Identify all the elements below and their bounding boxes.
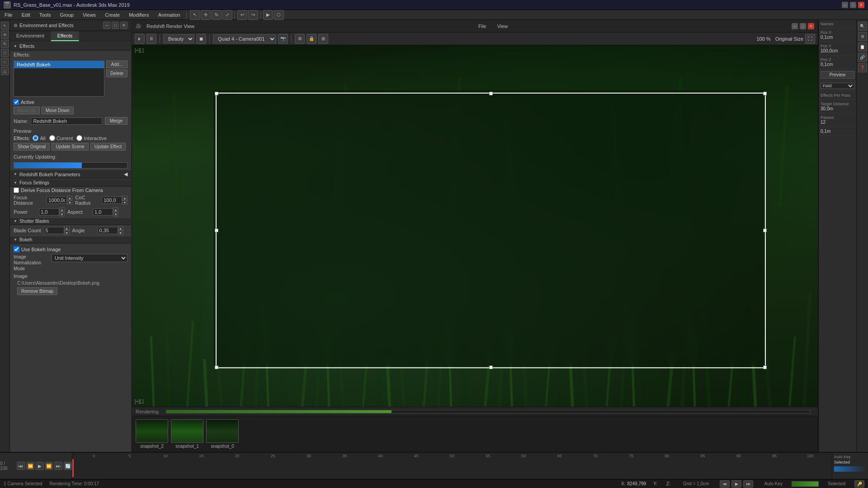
timeline-cursor[interactable] [72, 459, 74, 477]
panel-float-btn[interactable]: □ [112, 22, 119, 29]
move-up-btn[interactable]: Move Up [14, 107, 40, 114]
panel-min-btn[interactable]: ─ [103, 22, 110, 29]
radio-interactive[interactable]: Interactive [76, 135, 107, 141]
aspect-spinner[interactable]: ▲ ▼ [93, 207, 118, 216]
menu-create[interactable]: Create [100, 11, 124, 19]
derive-focus-checkbox[interactable] [14, 188, 19, 193]
active-checkbox[interactable] [14, 99, 19, 105]
vert-btn-2[interactable]: ⚙ [858, 32, 867, 41]
next-frame-btn[interactable]: ⏩ [45, 462, 53, 470]
update-scene-btn[interactable]: Update Scene [52, 143, 88, 150]
power-input[interactable] [39, 208, 59, 216]
rs-fullscreen-btn[interactable]: ⛶ [805, 34, 815, 44]
menu-animation[interactable]: Animation [154, 11, 185, 19]
add-effect-btn[interactable]: Add... [106, 61, 127, 68]
image-norm-select[interactable]: Unit Intensity [52, 254, 127, 262]
blade-down[interactable]: ▼ [64, 230, 70, 235]
material-btn[interactable]: ⬡ [274, 10, 284, 20]
menu-edit[interactable]: Edit [17, 11, 35, 19]
rs-file-tab[interactable]: File [475, 23, 490, 30]
tool-6[interactable]: △ [1, 67, 9, 75]
tab-environment[interactable]: Environment [10, 31, 51, 41]
rs-max-btn[interactable]: □ [800, 23, 806, 29]
vert-btn-3[interactable]: 📋 [858, 42, 867, 52]
minimize-btn[interactable]: ─ [842, 2, 848, 8]
rs-play-btn[interactable]: ⏵ [135, 34, 145, 44]
use-bokeh-checkbox[interactable] [14, 246, 19, 252]
vert-btn-5[interactable]: ❓ [858, 63, 867, 72]
go-start-btn[interactable]: ⏮ [17, 462, 25, 470]
vert-btn-1[interactable]: 🔍 [858, 22, 867, 31]
blade-count-spinner[interactable]: ▲ ▼ [44, 226, 70, 235]
rs-pause-btn[interactable]: ⏸ [146, 34, 156, 44]
tab-effects[interactable]: Effects [51, 31, 79, 41]
rs-btn1[interactable]: ◼ [196, 34, 206, 44]
render-btn[interactable]: ▶ [263, 10, 273, 20]
angle-input[interactable] [98, 227, 118, 234]
rs-min-btn[interactable]: ─ [792, 23, 798, 29]
rs-lock-btn[interactable]: 🔒 [307, 34, 316, 44]
focus-dist-down[interactable]: ▼ [67, 200, 72, 205]
power-up[interactable]: ▲ [59, 207, 65, 212]
shutter-blades-header[interactable]: Shutter Blades [10, 217, 131, 225]
move-down-btn[interactable]: Move Down [42, 107, 74, 114]
rotate-btn[interactable]: ↻ [212, 10, 222, 20]
tool-1[interactable]: ↖ [1, 22, 9, 30]
coc-down[interactable]: ▼ [122, 200, 127, 205]
blade-up[interactable]: ▲ [64, 226, 70, 230]
panel-scroll-area[interactable]: Effects Effects: Redshift Bokeh Add... D… [10, 42, 131, 452]
tool-2[interactable]: ✛ [1, 31, 9, 39]
delete-effect-btn[interactable]: Delete [106, 70, 127, 77]
angle-up[interactable]: ▲ [118, 226, 123, 230]
vert-btn-4[interactable]: 🔗 [858, 53, 867, 62]
bokeh-header[interactable]: Bokeh [10, 236, 131, 244]
angle-spinner[interactable]: ▲ ▼ [98, 226, 123, 235]
blade-count-input[interactable] [44, 227, 64, 234]
aspect-up[interactable]: ▲ [113, 207, 118, 212]
prev-frame-btn[interactable]: ⏪ [26, 462, 34, 470]
filter-select[interactable]: Field [821, 83, 854, 89]
power-down[interactable]: ▼ [59, 212, 65, 216]
loop-btn[interactable]: 🔄 [64, 462, 72, 470]
coc-up[interactable]: ▲ [122, 196, 127, 200]
update-effect-btn[interactable]: Update Effect [90, 143, 126, 150]
status-next-btn[interactable]: ⏭ [743, 480, 753, 488]
camera-select[interactable]: Quad 4 - Camera001 [213, 34, 276, 43]
close-btn[interactable]: ✕ [858, 2, 864, 8]
focus-settings-header[interactable]: Focus Settings [10, 179, 131, 187]
remove-bitmap-btn[interactable]: Remove Bitmap [17, 287, 57, 295]
bokeh-params-header[interactable]: Redshift Bokeh Parameters ◀ [10, 169, 131, 179]
snapshot-item-0[interactable]: snapshot_2 [136, 419, 168, 449]
tool-5[interactable]: ○ [1, 58, 9, 66]
aspect-input[interactable] [93, 208, 113, 216]
undo-btn[interactable]: ↩ [237, 10, 247, 20]
snapshot-item-1[interactable]: snapshot_1 [171, 419, 203, 449]
angle-down[interactable]: ▼ [118, 230, 123, 235]
move-btn[interactable]: ✛ [201, 10, 211, 20]
menu-file[interactable]: File [0, 11, 17, 19]
rs-view-tab[interactable]: View [494, 23, 512, 30]
tool-3[interactable]: ↻ [1, 40, 9, 48]
rs-settings-btn[interactable]: ⚙ [295, 34, 305, 44]
menu-group[interactable]: Group [55, 11, 78, 19]
timeline-area[interactable]: 0 5 10 15 20 25 30 35 40 45 50 55 60 65 … [72, 453, 832, 479]
right-preview-btn[interactable]: Preview [821, 71, 854, 79]
menu-tools[interactable]: Tools [35, 11, 56, 19]
rs-grid-btn[interactable]: ⊞ [318, 34, 328, 44]
snapshot-item-2[interactable]: snapshot_0 [206, 419, 239, 449]
power-spinner[interactable]: ▲ ▼ [39, 207, 65, 216]
radio-all[interactable]: All [33, 135, 45, 141]
focus-dist-up[interactable]: ▲ [67, 196, 72, 200]
menu-views[interactable]: Views [78, 11, 100, 19]
effects-item-redshift-bokeh[interactable]: Redshift Bokeh [14, 61, 104, 68]
play-btn[interactable]: ▶ [36, 462, 44, 470]
key-filters-btn[interactable]: 🔑 [854, 480, 864, 488]
status-prev-btn[interactable]: ⏮ [720, 480, 730, 488]
effects-listbox[interactable]: Redshift Bokeh [14, 61, 104, 97]
panel-close-btn[interactable]: ✕ [120, 22, 127, 29]
scale-btn[interactable]: ⤢ [222, 10, 232, 20]
effects-section-header[interactable]: Effects [10, 42, 131, 51]
aspect-down[interactable]: ▼ [113, 212, 118, 216]
focus-dist-input[interactable] [47, 197, 67, 204]
maximize-btn[interactable]: □ [850, 2, 856, 8]
